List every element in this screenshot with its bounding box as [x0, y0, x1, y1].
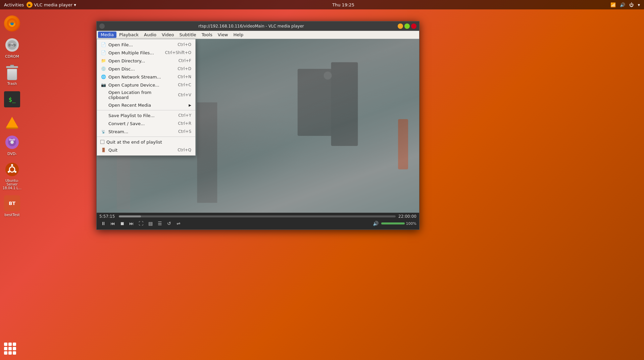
- open-clipboard-shortcut: Ctrl+V: [178, 93, 191, 97]
- app-grid-button[interactable]: [4, 343, 17, 356]
- vlc-window: rtsp://192.168.10.116/videoMain - VLC me…: [96, 21, 419, 230]
- menu-open-directory[interactable]: 📁 Open Directory... Ctrl+F: [97, 57, 195, 65]
- volume-area: 🔊 100%: [372, 220, 416, 227]
- vlc-tray-icon: ▶: [27, 2, 33, 8]
- menu-tools[interactable]: Tools: [199, 32, 215, 38]
- menu-audio[interactable]: Audio: [141, 32, 159, 38]
- close-button[interactable]: ✕: [411, 23, 416, 29]
- menu-separator-2: [97, 137, 195, 137]
- cdrom-label: CDROM: [5, 54, 19, 59]
- pause-button[interactable]: ⏸: [99, 220, 107, 227]
- next-button[interactable]: ⏭: [128, 220, 136, 227]
- terminal-icon: $_: [4, 91, 20, 107]
- dock-item-ubuntu-server[interactable]: Ubuntu-Server18.04.1 L...: [1, 160, 23, 191]
- dock-item-trash[interactable]: Trash: [3, 63, 21, 87]
- open-directory-shortcut: Ctrl+F: [179, 58, 191, 63]
- open-directory-label: Open Directory...: [108, 58, 173, 63]
- menu-view[interactable]: View: [215, 32, 231, 38]
- top-bar: Activities ▶ VLC media player ▾ Thu 19:2…: [0, 0, 644, 9]
- open-capture-icon: 📷: [100, 82, 106, 88]
- menu-video[interactable]: Video: [159, 32, 177, 38]
- tray-dropdown-arrow[interactable]: ▾: [638, 2, 640, 7]
- time-total: 22:00:00: [398, 214, 416, 219]
- app-dropdown-arrow[interactable]: ▾: [74, 2, 76, 7]
- menu-open-file[interactable]: 📄 Open File... Ctrl+O: [97, 41, 195, 49]
- grid-dot: [4, 343, 7, 346]
- menu-open-clipboard[interactable]: Open Location from clipboard Ctrl+V: [97, 89, 195, 101]
- grid-dot: [8, 347, 12, 350]
- maximize-button[interactable]: □: [404, 23, 410, 29]
- menu-convert-save[interactable]: Convert / Save... Ctrl+R: [97, 119, 195, 127]
- open-recent-icon: [100, 102, 106, 108]
- playlist-button[interactable]: ☰: [156, 220, 164, 227]
- open-disc-shortcut: Ctrl+D: [178, 66, 191, 71]
- vlc-menubar: Media Playback Audio Video Subtitle Tool…: [97, 31, 419, 39]
- power-tray-icon[interactable]: ⏻: [629, 2, 634, 7]
- menu-open-disc[interactable]: 💿 Open Disc... Ctrl+D: [97, 65, 195, 73]
- minimize-button[interactable]: —: [398, 23, 403, 29]
- left-dock: DVD CDROM Trash $_: [0, 9, 24, 360]
- fullscreen-button[interactable]: ⛶: [137, 220, 145, 227]
- menu-subtitle[interactable]: Subtitle: [177, 32, 199, 38]
- loop-button[interactable]: ↺: [165, 220, 173, 227]
- activities-button[interactable]: Activities: [4, 2, 24, 7]
- time-elapsed: 5:57:15: [99, 214, 116, 219]
- save-playlist-label: Save Playlist to File...: [108, 113, 173, 118]
- dock-item-dvd[interactable]: DVD DVD-: [3, 133, 21, 157]
- open-network-icon: 🌐: [100, 74, 106, 80]
- dock-item-besttest[interactable]: BT bestTest: [3, 194, 21, 218]
- app-name-tray: VLC media player: [34, 2, 72, 7]
- window-icon-button: [99, 23, 105, 29]
- svg-point-13: [11, 164, 13, 166]
- menu-quit[interactable]: 🚪 Quit Ctrl+Q: [97, 146, 195, 154]
- vlc-window-title: rtsp://192.168.10.116/videoMain - VLC me…: [105, 24, 398, 29]
- dock-item-terminal[interactable]: $_: [3, 90, 21, 109]
- stop-button[interactable]: ⏹: [118, 220, 126, 227]
- random-button[interactable]: ⇌: [175, 220, 183, 227]
- quit-label: Quit: [108, 148, 172, 153]
- extended-settings-button[interactable]: ▤: [146, 220, 154, 227]
- menu-open-multiple[interactable]: 📄 Open Multiple Files... Ctrl+Shift+O: [97, 49, 195, 57]
- menu-media[interactable]: Media: [98, 32, 116, 38]
- convert-save-shortcut: Ctrl+R: [178, 121, 191, 126]
- window-action-controls[interactable]: — □ ✕: [398, 23, 416, 29]
- open-clipboard-icon: [100, 92, 106, 98]
- quit-icon: 🚪: [100, 147, 106, 153]
- menu-stream[interactable]: 📡 Stream... Ctrl+S: [97, 127, 195, 136]
- menu-open-capture[interactable]: 📷 Open Capture Device... Ctrl+C: [97, 81, 195, 89]
- open-capture-shortcut: Ctrl+C: [178, 83, 191, 87]
- dvd-label: DVD-: [7, 152, 17, 156]
- besttest-label: bestTest: [4, 213, 19, 217]
- grid-dot: [13, 347, 16, 350]
- dock-item-vlc[interactable]: [3, 111, 21, 130]
- convert-save-icon: [100, 120, 106, 126]
- menu-help[interactable]: Help: [231, 32, 246, 38]
- open-multiple-shortcut: Ctrl+Shift+O: [165, 50, 191, 55]
- open-disc-icon: 💿: [100, 66, 106, 72]
- open-network-shortcut: Ctrl+N: [178, 74, 191, 79]
- grid-dot: [8, 343, 12, 346]
- trash-label: Trash: [7, 82, 17, 86]
- menu-playback[interactable]: Playback: [116, 32, 141, 38]
- menu-save-playlist[interactable]: Save Playlist to File... Ctrl+Y: [97, 111, 195, 119]
- svg-text:DVD: DVD: [8, 44, 16, 47]
- svg-point-14: [14, 171, 16, 173]
- menu-separator-1: [97, 110, 195, 110]
- volume-bar[interactable]: [381, 222, 405, 224]
- ubuntu-server-icon: [4, 161, 20, 177]
- dock-item-firefox[interactable]: [3, 14, 21, 33]
- menu-open-recent[interactable]: Open Recent Media ▶: [97, 101, 195, 109]
- progress-bar[interactable]: [119, 215, 396, 217]
- dock-item-cdrom[interactable]: DVD CDROM: [3, 36, 21, 60]
- svg-text:DVD: DVD: [9, 139, 15, 141]
- media-dropdown: 📄 Open File... Ctrl+O 📄 Open Multiple Fi…: [97, 39, 196, 156]
- menu-quit-at-end[interactable]: Quit at the end of playlist: [97, 138, 195, 146]
- menu-open-network[interactable]: 🌐 Open Network Stream... Ctrl+N: [97, 73, 195, 81]
- progress-fill: [119, 215, 141, 217]
- app-indicator[interactable]: ▶ VLC media player ▾: [27, 2, 76, 8]
- open-file-icon: 📄: [100, 42, 106, 48]
- grid-dot: [8, 351, 12, 355]
- volume-tray-icon[interactable]: 🔊: [620, 2, 625, 7]
- volume-icon[interactable]: 🔊: [372, 220, 380, 227]
- previous-button[interactable]: ⏮: [109, 220, 117, 227]
